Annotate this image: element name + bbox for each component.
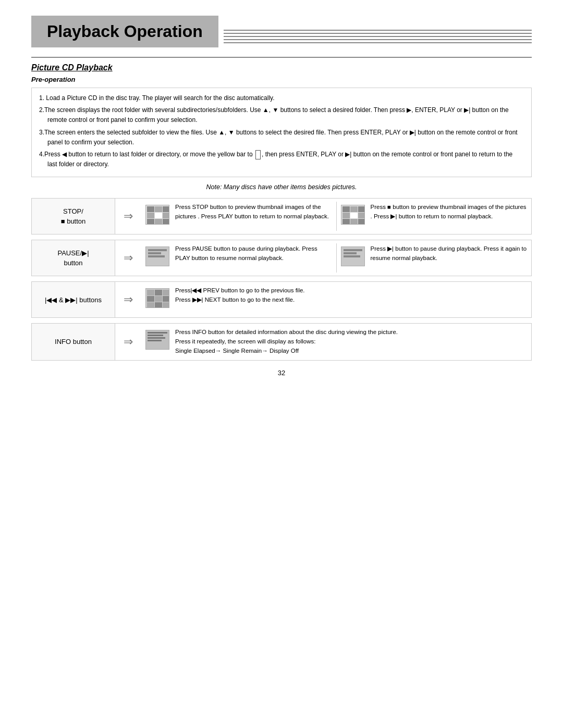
title-box: Playback Operation <box>31 16 218 47</box>
op-desc-pause-2: Press ▶| button to pause during playback… <box>337 240 532 276</box>
section-title: Picture CD Playback <box>31 63 532 72</box>
op-left-pause: PAUSE/▶|button <box>32 240 115 276</box>
op-content-prevnext: Press|◀◀ PREV button to go to the previo… <box>141 282 531 317</box>
op-content-stop: Press STOP button to preview thumbnail i… <box>141 199 531 234</box>
header-separator <box>31 57 532 58</box>
op-desc-stop-text-1: Press STOP button to preview thumbnail i… <box>175 203 332 221</box>
page-title: Playback Operation <box>47 22 203 41</box>
info-button-label: INFO button <box>55 338 92 346</box>
op-arrow-prevnext: ⇒ <box>115 282 141 317</box>
prevnext-thumb-icon <box>145 287 172 310</box>
info-thumb-icon <box>145 329 172 351</box>
instruction-item-4: 4.Press ◀ button to return to last folde… <box>39 150 524 169</box>
instructions-list: 1. Load a Picture CD in the disc tray. T… <box>39 93 524 169</box>
op-desc-pause-text-1: Press PAUSE button to pause during playb… <box>175 244 332 263</box>
stop-thumb-icon-1 <box>145 204 172 226</box>
op-row-prevnext: |◀◀ & ▶▶| buttons ⇒ <box>31 281 532 318</box>
op-arrow-stop: ⇒ <box>115 199 141 234</box>
op-content-info: Press INFO button for detailed informati… <box>141 324 531 360</box>
stop-button-label: STOP/■ button <box>61 207 86 226</box>
op-desc-info-text: Press INFO button for detailed informati… <box>175 328 398 355</box>
stop-thumb-icon-2 <box>341 204 368 226</box>
instruction-item-1: 1. Load a Picture CD in the disc tray. T… <box>39 93 524 103</box>
op-desc-stop-text-2: Press ■ button to preview thumbnail imag… <box>371 203 528 221</box>
op-left-info: INFO button <box>32 324 115 360</box>
op-content-pause: Press PAUSE button to pause during playb… <box>141 240 531 276</box>
note-text: Note: Many discs have other items beside… <box>31 183 532 191</box>
op-left-stop: STOP/■ button <box>32 199 115 234</box>
op-desc-prevnext-text: Press|◀◀ PREV button to go to the previo… <box>175 286 305 305</box>
page-header: Playback Operation <box>31 16 532 47</box>
page-number: 32 <box>31 369 532 377</box>
op-left-prevnext: |◀◀ & ▶▶| buttons <box>32 282 115 317</box>
prevnext-button-label: |◀◀ & ▶▶| buttons <box>45 296 102 304</box>
op-desc-stop-1: Press STOP button to preview thumbnail i… <box>141 199 336 234</box>
op-arrow-pause: ⇒ <box>115 240 141 276</box>
pause-button-label: PAUSE/▶|button <box>57 249 89 267</box>
instruction-item-3: 3.The screen enters the selected subfold… <box>39 128 524 147</box>
op-desc-pause-1: Press PAUSE button to pause during playb… <box>141 240 336 276</box>
op-arrow-info: ⇒ <box>115 324 141 360</box>
pause-thumb-icon-2 <box>341 245 368 268</box>
operation-rows: STOP/■ button ⇒ <box>31 198 532 360</box>
op-row-pause: PAUSE/▶|button ⇒ Press PAUSE b <box>31 240 532 276</box>
op-desc-info: Press INFO button for detailed informati… <box>141 324 531 360</box>
header-decoration <box>218 16 532 47</box>
sub-title: Pre-operation <box>31 76 532 83</box>
op-desc-stop-2: Press ■ button to preview thumbnail imag… <box>337 199 532 234</box>
op-desc-pause-text-2: Press ▶| button to pause during playback… <box>371 244 528 263</box>
pause-thumb-icon-1 <box>145 245 172 268</box>
op-desc-prevnext: Press|◀◀ PREV button to go to the previo… <box>141 282 531 317</box>
instruction-item-2: 2.The screen displays the root folder wi… <box>39 105 524 125</box>
op-row-info: INFO button ⇒ P <box>31 323 532 360</box>
op-row-stop: STOP/■ button ⇒ <box>31 198 532 235</box>
instructions-box: 1. Load a Picture CD in the disc tray. T… <box>31 88 532 177</box>
